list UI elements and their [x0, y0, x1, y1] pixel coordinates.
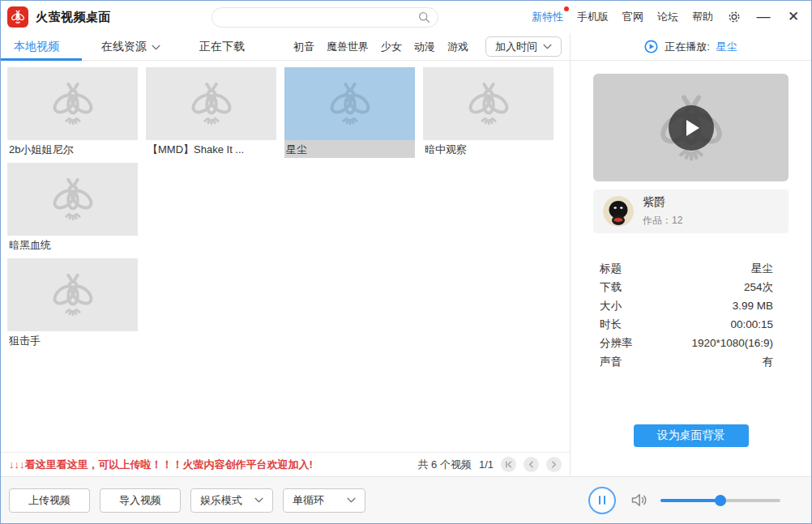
- bottom-bar: 上传视频 导入视频 娱乐模式 单循环: [1, 476, 811, 523]
- play-button[interactable]: [669, 105, 714, 151]
- tab-online-resources-label: 在线资源: [101, 40, 147, 54]
- chevron-down-icon: [152, 45, 160, 50]
- firefly-placeholder-icon: [186, 79, 237, 129]
- category-links: 初音 魔兽世界 少女 动漫 游戏 加入时间: [293, 36, 570, 57]
- link-official-site[interactable]: 官网: [622, 10, 643, 24]
- now-playing-panel: 正在播放: 星尘: [570, 33, 811, 476]
- app-title: 火萤视频桌面: [36, 10, 111, 25]
- detail-row-title: 标题 星尘: [600, 259, 773, 278]
- tab-downloading-label: 正在下载: [199, 40, 245, 54]
- video-title: 狙击手: [7, 331, 138, 349]
- video-title: 暗黑血统: [7, 236, 138, 253]
- loop-dropdown[interactable]: 单循环: [283, 488, 365, 513]
- loop-dropdown-value: 单循环: [293, 493, 324, 508]
- chevron-down-icon: [543, 44, 552, 49]
- firefly-placeholder-icon: [48, 174, 98, 224]
- main-area: 本地视频 在线资源 正在下载 初音 魔兽世界 少女 动漫 游戏 加入时间: [1, 33, 570, 476]
- notification-dot: [564, 6, 569, 11]
- link-mobile-version[interactable]: 手机版: [577, 10, 609, 24]
- upload-video-button[interactable]: 上传视频: [9, 488, 90, 513]
- link-help[interactable]: 帮助: [692, 10, 713, 24]
- volume-fill: [660, 499, 720, 502]
- video-card[interactable]: 暗中观察: [423, 67, 553, 158]
- pause-button[interactable]: [588, 487, 616, 514]
- tab-local-videos-label: 本地视频: [14, 40, 59, 54]
- title-bar: 火萤视频桌面 新特性 手机版 官网 论坛 帮助: [1, 1, 811, 33]
- page-indicator: 1/1: [479, 458, 494, 471]
- chevron-down-icon: [254, 497, 263, 503]
- category-girl[interactable]: 少女: [381, 40, 402, 54]
- now-playing-title-link[interactable]: 星尘: [716, 40, 737, 54]
- link-new-features[interactable]: 新特性: [532, 10, 563, 24]
- now-playing-label: 正在播放:: [665, 40, 710, 54]
- video-thumbnail: [7, 67, 138, 140]
- video-title: 【MMD】Shake It ...: [146, 140, 276, 158]
- volume-thumb[interactable]: [715, 495, 726, 506]
- search-input[interactable]: [212, 7, 438, 28]
- detail-label: 下载: [600, 278, 622, 296]
- category-anime[interactable]: 动漫: [414, 40, 435, 54]
- detail-label: 时长: [600, 315, 622, 334]
- video-grid: 2b小姐姐尼尔 【MMD】Shake It ... 星尘 暗中观察 暗黑血统: [1, 61, 570, 452]
- tab-bar: 本地视频 在线资源 正在下载 初音 魔兽世界 少女 动漫 游戏 加入时间: [1, 33, 570, 61]
- firefly-placeholder-icon: [464, 79, 514, 129]
- category-game[interactable]: 游戏: [447, 40, 468, 54]
- category-hatsune[interactable]: 初音: [293, 40, 314, 54]
- tab-local-videos[interactable]: 本地视频: [1, 33, 82, 61]
- detail-row-duration: 时长 00:00:15: [600, 315, 773, 334]
- speaker-icon[interactable]: [630, 492, 648, 508]
- video-title: 星尘: [284, 140, 415, 158]
- detail-value: 1920*1080(16:9): [691, 334, 773, 352]
- detail-row-resolution: 分辨率 1920*1080(16:9): [600, 334, 773, 352]
- titlebar-links: 新特性 手机版 官网 论坛 帮助 — ✕: [532, 9, 801, 25]
- detail-value: 254次: [744, 278, 773, 296]
- detail-label: 大小: [600, 296, 622, 315]
- next-page-button[interactable]: [546, 457, 562, 472]
- detail-label: 分辨率: [600, 334, 633, 352]
- close-button[interactable]: ✕: [785, 9, 801, 25]
- import-video-button[interactable]: 导入视频: [100, 488, 181, 513]
- volume-slider[interactable]: [660, 495, 780, 506]
- player-controls: [588, 487, 780, 514]
- search-box[interactable]: [212, 7, 438, 28]
- category-warcraft[interactable]: 魔兽世界: [327, 40, 369, 54]
- video-title: 暗中观察: [423, 140, 553, 158]
- detail-value: 星尘: [751, 259, 773, 278]
- firefly-placeholder-icon: [325, 79, 375, 129]
- mode-dropdown-value: 娱乐模式: [200, 493, 242, 508]
- sort-dropdown[interactable]: 加入时间: [485, 36, 562, 57]
- author-works-count: 作品：12: [643, 214, 682, 228]
- video-thumbnail: [284, 67, 415, 140]
- video-preview: [593, 74, 788, 181]
- upload-notice-text[interactable]: ↓↓↓看这里看这里，可以上传啦！！！火萤内容创作平台欢迎加入!: [9, 458, 313, 472]
- settings-gear-icon[interactable]: [727, 10, 741, 24]
- sort-dropdown-value: 加入时间: [495, 40, 537, 54]
- author-avatar: [603, 196, 634, 227]
- pagination: 共 6 个视频 1/1: [417, 457, 562, 472]
- video-title: 2b小姐姐尼尔: [7, 140, 138, 158]
- video-thumbnail: [7, 163, 138, 236]
- tab-downloading[interactable]: 正在下载: [180, 33, 264, 61]
- video-card[interactable]: 2b小姐姐尼尔: [7, 67, 138, 158]
- video-count: 共 6 个视频: [417, 458, 471, 472]
- app-logo-icon: [7, 6, 28, 28]
- minimize-button[interactable]: —: [755, 9, 771, 25]
- author-info: 紫爵 作品：12: [643, 195, 682, 228]
- author-card[interactable]: 紫爵 作品：12: [593, 190, 788, 233]
- video-card[interactable]: 狙击手: [7, 258, 138, 349]
- announce-row: ↓↓↓看这里看这里，可以上传啦！！！火萤内容创作平台欢迎加入! 共 6 个视频 …: [1, 452, 570, 476]
- prev-page-button[interactable]: [524, 457, 539, 472]
- set-wallpaper-button[interactable]: 设为桌面背景: [634, 424, 749, 447]
- link-forum[interactable]: 论坛: [657, 10, 678, 24]
- detail-label: 标题: [600, 259, 622, 278]
- video-card[interactable]: 暗黑血统: [7, 163, 138, 253]
- mode-dropdown[interactable]: 娱乐模式: [190, 488, 273, 513]
- firefly-placeholder-icon: [48, 79, 98, 129]
- detail-row-downloads: 下载 254次: [600, 278, 773, 296]
- detail-row-size: 大小 3.99 MB: [600, 296, 773, 315]
- video-card[interactable]: 【MMD】Shake It ...: [146, 67, 276, 158]
- first-page-button[interactable]: [501, 457, 516, 472]
- link-new-features-label: 新特性: [532, 11, 563, 23]
- video-card-selected[interactable]: 星尘: [284, 67, 415, 158]
- tab-online-resources[interactable]: 在线资源: [82, 33, 180, 61]
